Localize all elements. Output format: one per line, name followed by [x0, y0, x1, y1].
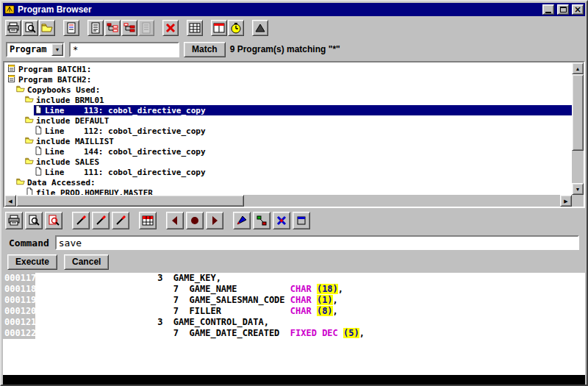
- tree-item[interactable]: Line 113: cobol_directive_copy: [4, 105, 572, 115]
- tree-item[interactable]: Line 111: cobol_directive_copy: [4, 167, 572, 177]
- highlight-button[interactable]: [72, 212, 90, 229]
- tree-item-label: include MAILLIST: [36, 137, 114, 146]
- folder-open-icon: [25, 93, 34, 107]
- list-button[interactable]: [87, 20, 104, 36]
- app-icon[interactable]: [4, 4, 15, 15]
- prev-button[interactable]: [166, 212, 184, 229]
- tree-item-label: include BRML01: [36, 96, 104, 105]
- open-button[interactable]: [39, 20, 55, 36]
- print-button[interactable]: [5, 212, 23, 229]
- scroll-right-button[interactable]: ▶: [560, 195, 572, 207]
- scroll-left-button[interactable]: ◀: [4, 195, 16, 207]
- tree-item[interactable]: file PROD.HOMEBUY.MASTER: [4, 187, 572, 195]
- delete-button[interactable]: [162, 20, 179, 36]
- arrow-left-icon: [169, 215, 181, 226]
- tree-item-label: Line 112: cobol_directive_copy: [45, 126, 206, 136]
- window-button[interactable]: [211, 20, 227, 36]
- tree-item[interactable]: include SALES: [4, 157, 572, 167]
- code-line: 000122 7 GAME_DATE_CREATED FIXED DEC (5)…: [3, 328, 585, 339]
- tree-item[interactable]: Program BATCH1:: [4, 64, 572, 74]
- hierarchy-alt-button[interactable]: [121, 20, 137, 36]
- search-doc-icon: [24, 22, 36, 34]
- tree-item[interactable]: include DEFAULT: [4, 115, 572, 126]
- tree-item-content: Line 111: cobol_directive_copy: [34, 167, 572, 177]
- stop-button[interactable]: [186, 212, 204, 229]
- open-folder-icon: [41, 22, 53, 34]
- grid-button[interactable]: [139, 212, 157, 229]
- horizontal-scroll-thumb[interactable]: [16, 195, 244, 207]
- vertical-scroll-thumb[interactable]: [572, 74, 584, 151]
- tree-item[interactable]: include BRML01: [4, 95, 572, 105]
- scroll-down-button[interactable]: ▼: [572, 183, 584, 195]
- toolbar-separator: [155, 20, 162, 36]
- clock-icon: [230, 22, 242, 34]
- tree-item-content: include BRML01: [25, 95, 572, 105]
- find-button[interactable]: [25, 212, 43, 229]
- exclude-button[interactable]: [273, 212, 290, 229]
- tree-item[interactable]: Data Accessed:: [4, 177, 572, 187]
- code-line-text: 7 GAME_NAME CHAR (18),: [35, 284, 343, 295]
- code-line: 000117 3 GAME_KEY,: [3, 273, 585, 284]
- code-line-text: 3 GAME_KEY,: [35, 273, 221, 284]
- scroll-up-button[interactable]: ▲: [572, 62, 584, 74]
- execute-button[interactable]: Execute: [7, 254, 57, 270]
- code-line-text: 7 GAME_SALESMAN_CODE CHAR (1),: [35, 295, 338, 306]
- toolbar-separator: [80, 20, 87, 36]
- close-button[interactable]: ×: [572, 4, 584, 15]
- tree-item-content: Line 144: cobol_directive_copy: [34, 146, 572, 157]
- arrow-right-icon: [209, 215, 220, 226]
- print-button[interactable]: [5, 20, 21, 36]
- cancel-button[interactable]: Cancel: [64, 254, 109, 270]
- highlight2-button[interactable]: [92, 212, 110, 229]
- program-tree: Program BATCH1:Program BATCH2:Copybooks …: [4, 62, 572, 195]
- tree-item[interactable]: include MAILLIST: [4, 136, 572, 146]
- paint-button[interactable]: [233, 212, 251, 229]
- grid-button[interactable]: [187, 20, 203, 36]
- arrow-down-icon: ▼: [576, 187, 581, 192]
- tree-item-label: Program BATCH1:: [18, 65, 91, 74]
- tree-item-content: include DEFAULT: [25, 115, 572, 126]
- report-button[interactable]: [63, 20, 79, 36]
- diagram-button[interactable]: [253, 212, 270, 229]
- tree-item-label: Line 144: cobol_directive_copy: [45, 147, 206, 157]
- find-next-button[interactable]: [45, 212, 62, 229]
- red-x-icon: [165, 22, 176, 34]
- highlight3-button[interactable]: [112, 212, 129, 229]
- tree-indent: [4, 110, 34, 111]
- chevron-down-icon: ▼: [55, 47, 60, 52]
- program-browser-window: Program Browser × Program ▼ Match 9 Prog…: [0, 0, 588, 386]
- scope-dropdown-button[interactable]: ▼: [51, 43, 63, 56]
- scope-combobox[interactable]: Program ▼: [6, 42, 65, 57]
- next-button[interactable]: [206, 212, 223, 229]
- close-icon: ×: [574, 6, 581, 13]
- toolbar-separator: [132, 212, 138, 229]
- find-button[interactable]: [22, 20, 38, 36]
- arrow-right-icon: ▶: [564, 199, 567, 204]
- tree-item-content: include SALES: [25, 157, 572, 167]
- page-icon: [25, 186, 34, 195]
- tree-item[interactable]: Program BATCH2:: [4, 74, 572, 85]
- code-viewer: 000117 3 GAME_KEY,000118 7 GAME_NAME CHA…: [3, 273, 585, 375]
- tree-horizontal-scrollbar[interactable]: ◀ ▶: [4, 195, 572, 207]
- tree-item[interactable]: Line 112: cobol_directive_copy: [4, 126, 572, 136]
- tree-item-content: Copybooks Used:: [16, 85, 572, 95]
- pattern-input[interactable]: [69, 42, 179, 57]
- toolbar-separator: [179, 20, 186, 36]
- line-number: 000119: [3, 295, 35, 306]
- timer-button[interactable]: [228, 20, 244, 36]
- window-title: Program Browser: [18, 4, 539, 15]
- maximize-button[interactable]: [557, 4, 569, 15]
- tree-item[interactable]: Line 144: cobol_directive_copy: [4, 146, 572, 157]
- hierarchy-button[interactable]: [104, 20, 121, 36]
- tree-item-content: Data Accessed:: [16, 177, 572, 187]
- peak-button[interactable]: [252, 20, 268, 36]
- wand-icon: [75, 215, 87, 226]
- panel-button[interactable]: [293, 212, 310, 229]
- detail-button[interactable]: [138, 20, 154, 36]
- arrow-left-icon: ◀: [8, 199, 12, 204]
- tree-item[interactable]: Copybooks Used:: [4, 85, 572, 95]
- tree-vertical-scrollbar[interactable]: ▲ ▼: [572, 62, 584, 195]
- minimize-button[interactable]: [542, 4, 554, 15]
- command-input[interactable]: [55, 235, 579, 250]
- match-button[interactable]: Match: [184, 42, 226, 57]
